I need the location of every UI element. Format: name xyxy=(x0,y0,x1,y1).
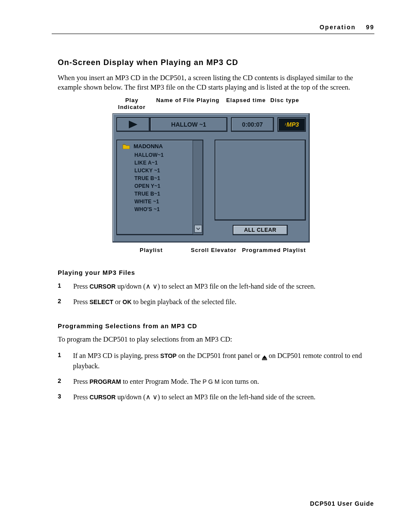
list-item[interactable]: HALLOW~1 xyxy=(117,151,202,159)
subsection-title: Programming Selections from an MP3 CD xyxy=(58,323,374,330)
osd-playlist[interactable]: MADONNA HALLOW~1 LIKE A~1 LUCKY ~1 TRUE … xyxy=(116,140,203,235)
subsection-title: Playing your MP3 Files xyxy=(58,269,374,276)
callout-file-playing: Name of File Playing xyxy=(151,97,224,111)
osd-elapsed-time: 0:00:07 xyxy=(231,117,274,132)
step-item: 2 Press PROGRAM to enter Program Mode. T… xyxy=(58,376,374,387)
folder-icon xyxy=(122,143,130,149)
all-clear-button[interactable]: ALL CLEAR xyxy=(233,225,288,235)
header-section: Operation xyxy=(320,24,356,31)
callout-disc-type: Disc type xyxy=(268,97,302,111)
osd-scrollbar[interactable] xyxy=(193,140,202,234)
osd-play-indicator xyxy=(116,117,150,132)
callout-play-indicator: Play Indicator xyxy=(112,97,151,111)
callouts-bottom: Playlist Scroll Elevator Programmed Play… xyxy=(112,247,319,254)
button-label-select: SELECT xyxy=(90,299,113,305)
callouts-top: Play Indicator Name of File Playing Elap… xyxy=(112,97,319,111)
intro-paragraph: When you insert an MP3 CD in the DCP501,… xyxy=(58,73,374,93)
step-item: 2 Press SELECT or OK to begin playback o… xyxy=(58,297,374,307)
step-item: 3 Press CURSOR up/down (∧ ∨) to select a… xyxy=(58,392,374,402)
list-item[interactable]: OPEN Y~1 xyxy=(117,182,202,190)
steps-list: 1 If an MP3 CD is playing, press STOP on… xyxy=(58,351,374,402)
button-label-cursor: CURSOR xyxy=(90,394,116,401)
callout-playlist: Playlist xyxy=(112,247,190,254)
step-number: 1 xyxy=(58,281,63,292)
step-number: 1 xyxy=(58,351,62,371)
subsection-lead: To program the DCP501 to play selections… xyxy=(58,335,374,344)
button-label-stop: STOP xyxy=(160,352,177,359)
scroll-elevator[interactable] xyxy=(194,225,202,233)
osd-screen: HALLOW ~1 0:00:07 ♪MP3 xyxy=(112,113,310,243)
button-label-program: PROGRAM xyxy=(90,378,121,385)
osd-folder-name: MADONNA xyxy=(134,143,163,149)
list-item[interactable]: WHO'S ~1 xyxy=(117,205,202,213)
osd-file-playing: HALLOW ~1 xyxy=(150,117,227,132)
osd-figure: Play Indicator Name of File Playing Elap… xyxy=(112,97,319,254)
callout-programmed: Programmed Playlist xyxy=(237,247,311,254)
callout-elapsed-time: Elapsed time xyxy=(224,97,268,111)
button-label-ok: OK xyxy=(122,299,131,305)
step-number: 2 xyxy=(58,297,63,307)
step-item: 1 If an MP3 CD is playing, press STOP on… xyxy=(58,351,374,371)
play-icon xyxy=(129,121,137,128)
step-item: 1 Press CURSOR up/down (∧ ∨) to select a… xyxy=(58,281,374,292)
chevron-down-icon xyxy=(196,227,200,230)
osd-disc-type: ♪MP3 xyxy=(277,117,306,132)
mp3-icon: ♪MP3 xyxy=(284,121,299,128)
callout-scroll-elevator: Scroll Elevator xyxy=(190,247,237,254)
header-page-number: 99 xyxy=(366,24,374,31)
page-header: Operation 99 xyxy=(320,24,374,31)
steps-list: 1 Press CURSOR up/down (∧ ∨) to select a… xyxy=(58,281,374,307)
section-title: On-Screen Display when Playing an MP3 CD xyxy=(58,58,374,67)
list-item[interactable]: TRUE B~1 xyxy=(117,174,202,182)
list-item[interactable]: TRUE B~1 xyxy=(117,190,202,198)
pgm-icon-label: P G M xyxy=(202,378,219,385)
step-number: 3 xyxy=(58,392,63,402)
button-label-cursor: CURSOR xyxy=(90,283,116,290)
header-rule xyxy=(52,34,374,34)
osd-programmed-playlist xyxy=(215,140,306,221)
page-footer: DCP501 User Guide xyxy=(310,500,374,507)
list-item[interactable]: LIKE A~1 xyxy=(117,159,202,167)
list-item[interactable]: LUCKY ~1 xyxy=(117,167,202,174)
list-item[interactable]: WHITE ~1 xyxy=(117,198,202,205)
step-number: 2 xyxy=(58,376,63,387)
eject-icon xyxy=(262,355,267,359)
